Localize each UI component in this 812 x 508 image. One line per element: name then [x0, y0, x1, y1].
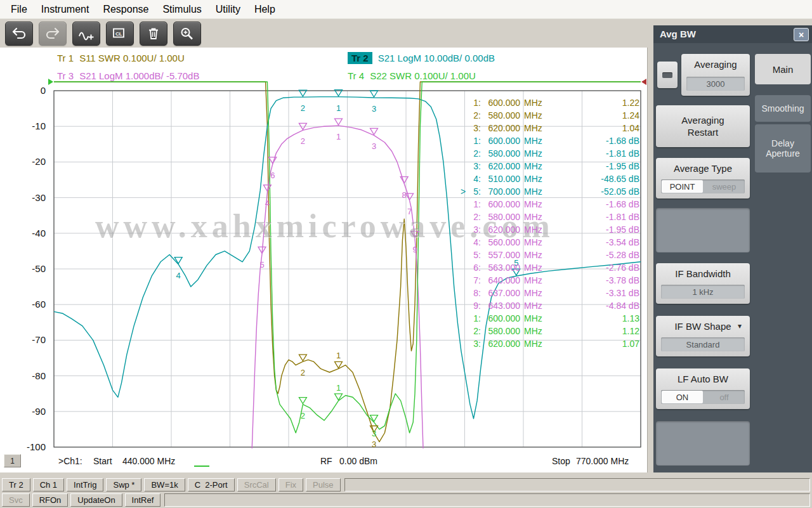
marker-frequency: 620.000	[482, 337, 520, 350]
svg-text:8: 8	[402, 190, 407, 200]
menu-item-instrument[interactable]: Instrument	[34, 1, 96, 18]
marker-frequency: 510.000	[482, 173, 520, 185]
lf-auto-bw-button[interactable]: LF Auto BW ON off	[656, 368, 750, 409]
tab-delay-aperture[interactable]: Delay Aperture	[755, 124, 811, 173]
marker-readout-row: 2:580.000MHz1.24	[461, 109, 639, 122]
status-pulse: Pulse	[306, 478, 341, 492]
menu-item-stimulus[interactable]: Stimulus	[155, 1, 208, 18]
clear-icon[interactable]: CL	[106, 22, 134, 46]
menu-item-utility[interactable]: Utility	[209, 1, 247, 18]
menu-item-help[interactable]: Help	[247, 1, 282, 18]
panel-titlebar: Avg BW ×	[653, 25, 812, 43]
marker-frequency: 700.000	[482, 185, 520, 198]
marker-readout-row: 7:640.000MHz-3.78 dB	[461, 274, 639, 287]
menu-item-file[interactable]: File	[4, 1, 34, 18]
status-swp-[interactable]: Swp *	[106, 478, 141, 492]
marker-frequency: 600.000	[482, 198, 520, 211]
svg-text:2: 2	[301, 136, 305, 146]
marker-number: 2:	[468, 211, 482, 223]
ref-position-marker-right	[641, 79, 646, 85]
trace-header-tr1[interactable]: Tr 1S11 SWR 0.100U/ 1.00U	[57, 53, 185, 63]
average-type-label: Average Type	[656, 158, 750, 174]
marker-value: -1.95 dB	[547, 160, 639, 173]
average-type-button[interactable]: Average Type POINT sweep	[656, 158, 750, 199]
if-bw-shape-button[interactable]: IF BW Shape ▾ Standard	[656, 316, 750, 356]
lf-auto-bw-toggle: ON off	[661, 390, 745, 404]
marker-unit: MHz	[520, 337, 547, 350]
channel-number-button[interactable]: 1	[4, 454, 21, 467]
lf-auto-bw-off-option[interactable]: off	[704, 390, 745, 404]
averaging-value-field[interactable]: 3000	[686, 77, 745, 91]
status-intref[interactable]: IntRef	[125, 493, 161, 507]
avg-bw-panel: Avg BW × Averaging 3000 Averaging Restar…	[653, 25, 812, 472]
marker-frequency: 580.000	[482, 147, 520, 160]
marker-unit: MHz	[520, 147, 547, 160]
marker-number: 2:	[468, 325, 482, 337]
start-value[interactable]: 440.000 MHz	[122, 456, 175, 466]
menu-item-response[interactable]: Response	[96, 1, 155, 18]
marker-readout-row: 2:580.000MHz-1.81 dB	[461, 211, 639, 223]
averaging-toggle-button[interactable]	[657, 62, 678, 88]
svg-text:4: 4	[176, 271, 181, 280]
lf-auto-bw-on-option[interactable]: ON	[662, 391, 703, 403]
marker-frequency: 580.000	[482, 325, 520, 337]
active-marker-indicator	[461, 236, 468, 249]
status-rfon[interactable]: RFOn	[32, 493, 69, 507]
status-bw-1k[interactable]: BW=1k	[144, 478, 185, 492]
if-bandwidth-label: IF Bandwidth	[656, 263, 750, 279]
trace-header-tr4[interactable]: Tr 4S22 SWR 0.100U/ 1.00U	[348, 70, 476, 81]
average-type-sweep-option[interactable]: sweep	[704, 179, 745, 193]
status-updateon[interactable]: UpdateOn	[70, 493, 122, 507]
svg-text:3: 3	[372, 141, 376, 151]
marker-value: 1.04	[547, 122, 639, 134]
marker-frequency: 580.000	[482, 109, 520, 122]
trace-id-tr1: Tr 1	[57, 53, 74, 63]
svg-text:5: 5	[259, 260, 264, 270]
zoom-in-icon[interactable]	[173, 22, 201, 46]
close-button[interactable]: ×	[794, 28, 809, 41]
averaging-restart-button[interactable]: Averaging Restart	[656, 105, 750, 147]
if-bandwidth-button[interactable]: IF Bandwidth 1 kHz	[656, 263, 750, 304]
if-bw-shape-value-field[interactable]: Standard	[661, 337, 745, 351]
marker-frequency: 637.000	[482, 287, 520, 299]
trace-header-tr2[interactable]: Tr 2S21 LogM 10.00dB/ 0.00dB	[348, 53, 495, 63]
y-axis-label: -10	[4, 120, 46, 132]
active-marker-indicator	[461, 147, 468, 160]
stop-value[interactable]: 770.000 MHz	[576, 456, 629, 466]
status-inttrig[interactable]: IntTrig	[67, 478, 103, 492]
if-bandwidth-value-field[interactable]: 1 kHz	[661, 285, 745, 299]
add-marker-icon[interactable]	[72, 22, 100, 46]
status-c-2-port[interactable]: C 2-Port	[188, 478, 235, 492]
marker-unit: MHz	[520, 96, 547, 109]
panel-title: Avg BW	[660, 29, 696, 39]
marker-value: -52.05 dB	[547, 185, 639, 198]
active-marker-indicator	[461, 312, 468, 325]
marker-frequency: 600.000	[482, 312, 520, 325]
trace-header-tr3[interactable]: Tr 3S21 LogM 1.000dB/ -5.70dB	[57, 70, 199, 81]
marker-unit: MHz	[520, 312, 547, 325]
status-tr-2[interactable]: Tr 2	[2, 478, 30, 492]
undo-icon[interactable]	[5, 22, 33, 46]
marker-value: 1.22	[547, 96, 639, 109]
marker-frequency: 640.000	[482, 274, 520, 287]
rf-power-value[interactable]: 0.00 dBm	[339, 456, 377, 466]
status-ch-1[interactable]: Ch 1	[33, 478, 64, 492]
average-type-point-option[interactable]: POINT	[662, 180, 703, 193]
channel-label: >Ch1:	[58, 456, 82, 466]
marker-value: 1.13	[547, 312, 639, 325]
delete-icon[interactable]	[140, 22, 167, 46]
tab-smoothing[interactable]: Smoothing	[755, 95, 811, 122]
marker-frequency: 600.000	[482, 134, 520, 147]
marker-readout-row: 8:637.000MHz-3.31 dB	[461, 287, 639, 299]
marker-frequency: 620.000	[482, 160, 520, 173]
marker-readout-row: 6:563.000MHz-2.76 dB	[461, 261, 639, 274]
active-marker-indicator	[461, 122, 468, 134]
marker-unit: MHz	[520, 236, 547, 249]
svg-text:3: 3	[372, 440, 376, 449]
averaging-button[interactable]: Averaging 3000	[681, 54, 750, 96]
marker-frequency: 643.000	[482, 299, 520, 312]
status-fix: Fix	[278, 478, 303, 492]
marker-readout-row: 5:557.000MHz-5.28 dB	[461, 249, 639, 261]
tab-main[interactable]: Main	[755, 54, 811, 84]
marker-readout-row: 1:600.000MHz-1.68 dB	[461, 134, 639, 147]
